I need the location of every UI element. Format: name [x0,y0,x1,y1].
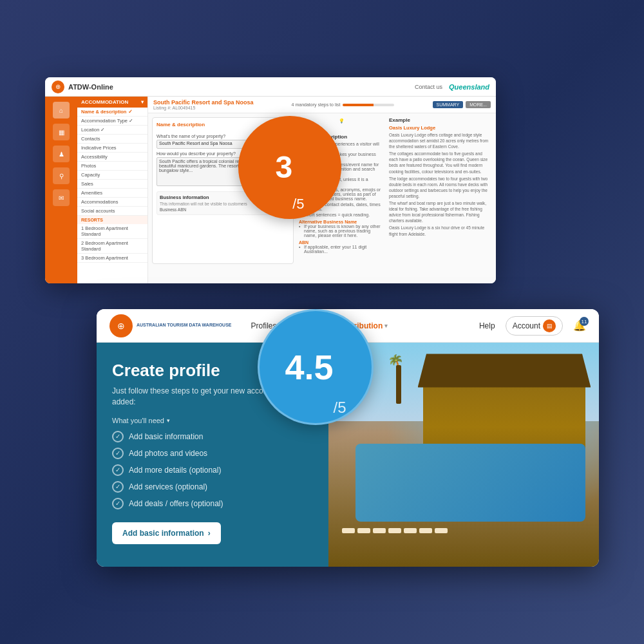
progress-bar [343,104,394,106]
nav-right: Help Account ▤ 🔔 11 [479,316,586,336]
bottom-logo-area: ⊕ AUSTRALIAN TOURISM DATA WAREHOUSE [109,314,232,337]
nav-name-description[interactable]: Name & description ✓ [77,108,147,117]
nav-1bedroom[interactable]: 1 Bedroom Apartment Standard [77,224,147,239]
check-item-1: ✓ Add basic information [112,431,313,442]
nav-photos[interactable]: Photos [77,162,147,171]
atdw-title-top: ATDW-Online [68,83,113,91]
nav-indicative-prices[interactable]: Indicative Prices [77,144,147,153]
example-text: Oasis Luxury Lodge offers cottage and lo… [389,132,492,149]
guidance-item-9: If applicable, enter your 11 digit Austr… [299,245,384,254]
more-button[interactable]: MORE... [466,101,491,108]
top-logo-area: ATDW-Online [52,80,113,93]
chair-3 [373,528,386,533]
check-icon-5: ✓ [112,498,124,509]
help-link[interactable]: Help [479,321,495,330]
sidebar-building-icon[interactable]: ▦ [53,124,70,140]
notification-wrapper: 🔔 11 [573,319,586,332]
progress-fill [343,104,374,106]
check-icon-4: ✓ [112,481,124,493]
nav-2bedroom[interactable]: 2 Bedroom Apartment Standard [77,239,147,254]
resort-roof [418,354,591,387]
score-denom-bottom: /5 [334,399,346,417]
distribution-chevron: ▾ [384,323,388,329]
nav-accommodation-type[interactable]: Accommodation Type ✓ [77,117,147,126]
score-denom-top: /5 [292,196,304,213]
sidebar-people-icon[interactable]: ♟ [53,146,70,162]
what-youll-need-chevron: ▾ [167,417,170,424]
example-title: Example [389,117,492,123]
chair-1 [342,528,355,533]
add-basic-info-button[interactable]: Add basic information › [112,522,221,544]
check-icon-1: ✓ [112,431,124,442]
top-main-header: South Pacific Resort and Spa Noosa Listi… [148,97,496,113]
nav-amenities[interactable]: Amenities [77,189,147,198]
check-item-4: ✓ Add services (optional) [112,481,313,493]
example-text-2: The cottages accommodate two to five gue… [389,151,492,174]
example-text-3: The lodge accommodates two to four guest… [389,176,492,199]
example-section: Example Oasis Luxury Lodge Oasis Luxury … [389,117,492,264]
top-nav-header: ACCOMMODATION ▾ [77,97,147,108]
score-circle-bottom: 4.5 /5 [258,309,374,425]
property-title-area: South Pacific Resort and Spa Noosa Listi… [153,99,254,110]
chair-4 [388,528,401,533]
nav-contacts[interactable]: Contacts [77,135,147,144]
nav-sales[interactable]: Sales [77,180,147,189]
screenshots-container: ATDW-Online Contact us Queensland ⌂ ▦ ♟ … [45,77,599,567]
check-item-5: ✓ Add deals / offers (optional) [112,498,313,509]
nav-social-accounts[interactable]: Social accounts [77,207,147,216]
property-name: South Pacific Resort and Spa Noosa [153,99,254,106]
notification-badge: 11 [580,317,589,326]
sidebar-search-icon[interactable]: ⚲ [53,167,70,184]
example-subtitle: Oasis Luxury Lodge [389,125,492,131]
check-icon-2: ✓ [112,448,124,459]
top-titlebar: ATDW-Online Contact us Queensland [45,77,496,97]
qld-logo: Queensland [449,83,489,91]
nav-accessibility[interactable]: Accessibility [77,153,147,162]
chair-6 [419,528,432,533]
top-sidebar: ⌂ ▦ ♟ ⚲ ✉ [45,97,77,283]
chair-2 [357,528,370,533]
cp-checklist: ✓ Add basic information ✓ Add photos and… [112,431,313,509]
check-icon-3: ✓ [112,464,124,476]
resort-chairs [342,506,585,533]
nav-location[interactable]: Location ✓ [77,126,147,135]
account-button[interactable]: Account ▤ [506,316,563,336]
chair-7 [435,528,448,533]
chair-5 [404,528,417,533]
abn-guidance-title: ABN [299,240,384,245]
palm-tree [396,365,401,404]
top-right-header: Contact us Queensland [415,83,489,91]
nav-capacity[interactable]: Capacity [77,171,147,180]
score-circle-top: 3 /5 [238,116,341,219]
alternative-business-name: Alternative Business Name [299,220,384,224]
top-nav-panel: ACCOMMODATION ▾ Name & description ✓ Acc… [77,97,148,283]
atdw-logo-icon-top [52,80,64,93]
contact-link[interactable]: Contact us [415,84,442,90]
atdw-logo-text: AUSTRALIAN TOURISM DATA WAREHOUSE [137,323,232,328]
nav-resorts-header: RESORTS [77,216,147,224]
form-section-title: Name & description [156,122,205,128]
summary-button[interactable]: SUMMARY [433,101,464,108]
score-number-top: 3 [275,152,292,183]
check-item-3: ✓ Add more details (optional) [112,464,313,476]
check-item-2: ✓ Add photos and videos [112,448,313,459]
sidebar-chat-icon[interactable]: ✉ [53,189,70,206]
guidance-item-8: If your business is known by any other n… [299,224,384,238]
progress-area: 4 mandatory steps to list [292,102,395,107]
example-text-5: Oasis Luxury Lodge is a six hour drive o… [389,225,492,236]
add-btn-arrow: › [208,529,211,538]
sidebar-home-icon[interactable]: ⌂ [53,102,70,118]
nav-3bedroom[interactable]: 3 Bedroom Apartment [77,254,147,263]
atdw-logo-icon-bottom: ⊕ [109,314,133,337]
what-youll-need: What you'll need ▾ [112,417,313,424]
example-text-4: The wharf and boat ramp are just a two m… [389,200,492,223]
nav-accommodations[interactable]: Accommodations [77,198,147,207]
header-buttons: SUMMARY MORE... [433,101,491,108]
property-listing: Listing #: AL0049415 [153,106,254,110]
score-number-bottom: 4.5 [285,350,333,384]
account-avatar: ▤ [543,319,556,332]
